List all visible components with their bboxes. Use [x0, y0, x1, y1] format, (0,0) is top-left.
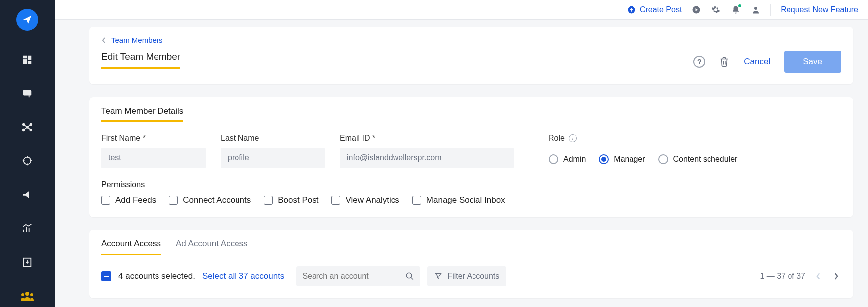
main-area: Create Post — [55, 0, 868, 307]
checkbox-icon — [412, 196, 421, 205]
perm-boost-post-label: Boost Post — [278, 195, 318, 205]
perm-connect-accounts[interactable]: Connect Accounts — [169, 195, 251, 205]
user-icon — [751, 5, 760, 14]
cancel-button[interactable]: Cancel — [744, 57, 770, 67]
help-button[interactable]: ? — [693, 56, 705, 68]
nav-analytics[interactable] — [17, 219, 37, 238]
help-icon: ? — [693, 56, 705, 68]
svg-line-13 — [24, 127, 27, 130]
svg-line-35 — [411, 277, 414, 280]
svg-rect-3 — [28, 61, 31, 64]
page-title: Edit Team Member — [101, 51, 180, 69]
perm-manage-social-inbox-label: Manage Social Inbox — [426, 195, 505, 205]
nav-download[interactable] — [17, 252, 37, 272]
email-group: Email ID * — [340, 134, 514, 168]
create-post-button[interactable]: Create Post — [627, 5, 682, 14]
chevron-right-icon — [833, 272, 839, 280]
nav-compose[interactable] — [17, 83, 37, 103]
download-icon — [22, 257, 33, 268]
paper-plane-icon — [22, 14, 33, 25]
svg-line-12 — [27, 125, 31, 128]
svg-point-26 — [30, 293, 33, 296]
role-radio-manager[interactable]: Manager — [599, 154, 645, 164]
email-label: Email ID * — [340, 134, 514, 143]
content: Team Members Edit Team Member ? Cancel S… — [55, 20, 868, 307]
role-radio-admin[interactable]: Admin — [549, 154, 586, 164]
pager-text: 1 — 37 of 37 — [760, 272, 805, 281]
role-label: Role — [549, 134, 565, 143]
account-search[interactable] — [296, 266, 420, 286]
first-name-input[interactable] — [101, 148, 206, 168]
delete-button[interactable] — [719, 56, 730, 68]
notifications-button[interactable] — [731, 5, 740, 14]
svg-point-31 — [754, 7, 757, 10]
perm-view-analytics[interactable]: View Analytics — [331, 195, 399, 205]
selection-indicator[interactable] — [101, 271, 111, 281]
last-name-input[interactable] — [221, 148, 325, 168]
perm-view-analytics-label: View Analytics — [345, 195, 399, 205]
role-group: Role i Admin Manager — [549, 134, 737, 164]
tab-account-access[interactable]: Account Access — [101, 239, 161, 255]
svg-rect-5 — [29, 94, 30, 97]
profile-button[interactable] — [751, 5, 760, 14]
select-all-link[interactable]: Select all 37 accounts — [202, 271, 284, 281]
access-toolbar: 4 accounts selected. Select all 37 accou… — [101, 266, 841, 286]
chevron-left-icon — [101, 37, 106, 44]
play-circle-icon — [692, 5, 701, 14]
account-search-input[interactable] — [302, 272, 405, 281]
app-logo[interactable] — [16, 9, 38, 31]
first-name-group: First Name * — [101, 134, 206, 168]
perm-add-feeds[interactable]: Add Feeds — [101, 195, 156, 205]
svg-rect-2 — [23, 59, 27, 64]
permissions-label: Permissions — [101, 180, 841, 189]
topbar: Create Post — [55, 0, 868, 20]
email-input[interactable] — [340, 148, 514, 168]
nav-target[interactable] — [17, 151, 37, 171]
access-tabs: Account Access Ad Account Access — [101, 239, 841, 255]
breadcrumb-label: Team Members — [111, 36, 162, 44]
divider — [770, 4, 771, 16]
perm-boost-post[interactable]: Boost Post — [264, 195, 318, 205]
details-card: Team Member Details First Name * Last Na… — [89, 97, 853, 217]
target-icon — [22, 155, 33, 166]
svg-rect-1 — [28, 56, 31, 60]
svg-point-24 — [25, 292, 29, 296]
info-icon[interactable]: i — [569, 134, 577, 142]
tab-ad-account-access[interactable]: Ad Account Access — [176, 239, 248, 255]
first-name-label: First Name * — [101, 134, 206, 143]
role-radio-content-scheduler[interactable]: Content scheduler — [658, 154, 738, 164]
team-icon — [21, 291, 34, 302]
settings-button[interactable] — [711, 5, 720, 14]
nav-dashboard[interactable] — [17, 50, 37, 70]
create-post-label: Create Post — [640, 5, 682, 14]
filter-accounts-button[interactable]: Filter Accounts — [427, 266, 506, 286]
pager-next[interactable] — [831, 270, 841, 282]
selection-text: 4 accounts selected. — [118, 271, 195, 281]
pager-prev[interactable] — [813, 270, 823, 282]
checkbox-icon — [101, 196, 110, 205]
svg-point-15 — [24, 157, 31, 165]
header-actions: ? Cancel Save — [693, 36, 841, 73]
request-feature-link[interactable]: Request New Feature — [781, 5, 858, 14]
access-card: Account Access Ad Account Access 4 accou… — [89, 230, 853, 298]
svg-point-25 — [21, 293, 24, 296]
save-button[interactable]: Save — [784, 51, 841, 73]
role-content-scheduler-label: Content scheduler — [673, 155, 738, 164]
trash-icon — [719, 56, 730, 68]
radio-icon — [658, 154, 668, 164]
analytics-icon — [22, 223, 33, 234]
nav-megaphone[interactable] — [17, 185, 37, 205]
nav-network[interactable] — [17, 117, 37, 137]
perm-manage-social-inbox[interactable]: Manage Social Inbox — [412, 195, 505, 205]
perm-connect-accounts-label: Connect Accounts — [183, 195, 251, 205]
play-button[interactable] — [692, 5, 701, 14]
svg-line-14 — [27, 127, 31, 130]
breadcrumb[interactable]: Team Members — [101, 36, 180, 44]
filter-accounts-label: Filter Accounts — [447, 272, 499, 281]
radio-icon — [549, 154, 558, 164]
network-icon — [22, 122, 33, 133]
role-manager-label: Manager — [614, 155, 645, 164]
last-name-group: Last Name — [221, 134, 325, 168]
nav-team[interactable] — [17, 286, 37, 306]
plus-circle-icon — [627, 5, 636, 14]
